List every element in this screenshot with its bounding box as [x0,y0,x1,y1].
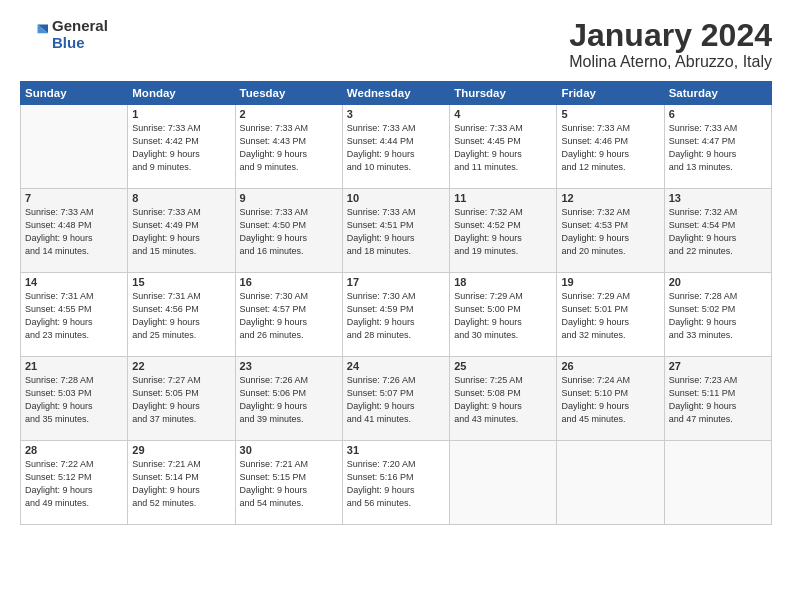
day-number: 7 [25,192,123,204]
header-day-saturday: Saturday [664,82,771,105]
logo-icon [20,21,48,49]
calendar-cell: 3Sunrise: 7:33 AM Sunset: 4:44 PM Daylig… [342,105,449,189]
calendar-cell: 25Sunrise: 7:25 AM Sunset: 5:08 PM Dayli… [450,357,557,441]
calendar-cell: 26Sunrise: 7:24 AM Sunset: 5:10 PM Dayli… [557,357,664,441]
day-info: Sunrise: 7:33 AM Sunset: 4:47 PM Dayligh… [669,122,767,174]
calendar-cell: 16Sunrise: 7:30 AM Sunset: 4:57 PM Dayli… [235,273,342,357]
day-number: 26 [561,360,659,372]
day-number: 31 [347,444,445,456]
week-row-3: 14Sunrise: 7:31 AM Sunset: 4:55 PM Dayli… [21,273,772,357]
day-info: Sunrise: 7:21 AM Sunset: 5:15 PM Dayligh… [240,458,338,510]
page: General Blue January 2024 Molina Aterno,… [0,0,792,612]
day-info: Sunrise: 7:29 AM Sunset: 5:01 PM Dayligh… [561,290,659,342]
calendar-cell: 22Sunrise: 7:27 AM Sunset: 5:05 PM Dayli… [128,357,235,441]
day-number: 24 [347,360,445,372]
calendar-cell: 17Sunrise: 7:30 AM Sunset: 4:59 PM Dayli… [342,273,449,357]
calendar-header: SundayMondayTuesdayWednesdayThursdayFrid… [21,82,772,105]
calendar-cell: 19Sunrise: 7:29 AM Sunset: 5:01 PM Dayli… [557,273,664,357]
calendar-cell: 20Sunrise: 7:28 AM Sunset: 5:02 PM Dayli… [664,273,771,357]
day-info: Sunrise: 7:20 AM Sunset: 5:16 PM Dayligh… [347,458,445,510]
calendar-cell: 18Sunrise: 7:29 AM Sunset: 5:00 PM Dayli… [450,273,557,357]
calendar-table: SundayMondayTuesdayWednesdayThursdayFrid… [20,81,772,525]
day-number: 15 [132,276,230,288]
calendar-cell: 2Sunrise: 7:33 AM Sunset: 4:43 PM Daylig… [235,105,342,189]
day-number: 25 [454,360,552,372]
day-number: 14 [25,276,123,288]
header-row: SundayMondayTuesdayWednesdayThursdayFrid… [21,82,772,105]
day-number: 18 [454,276,552,288]
calendar-cell: 29Sunrise: 7:21 AM Sunset: 5:14 PM Dayli… [128,441,235,525]
day-info: Sunrise: 7:33 AM Sunset: 4:45 PM Dayligh… [454,122,552,174]
calendar-cell: 30Sunrise: 7:21 AM Sunset: 5:15 PM Dayli… [235,441,342,525]
day-info: Sunrise: 7:30 AM Sunset: 4:59 PM Dayligh… [347,290,445,342]
day-info: Sunrise: 7:33 AM Sunset: 4:42 PM Dayligh… [132,122,230,174]
day-number: 28 [25,444,123,456]
day-number: 17 [347,276,445,288]
logo: General Blue [20,18,108,51]
header-day-thursday: Thursday [450,82,557,105]
day-info: Sunrise: 7:28 AM Sunset: 5:03 PM Dayligh… [25,374,123,426]
calendar-cell: 28Sunrise: 7:22 AM Sunset: 5:12 PM Dayli… [21,441,128,525]
day-info: Sunrise: 7:29 AM Sunset: 5:00 PM Dayligh… [454,290,552,342]
header-day-sunday: Sunday [21,82,128,105]
day-info: Sunrise: 7:23 AM Sunset: 5:11 PM Dayligh… [669,374,767,426]
calendar-cell: 8Sunrise: 7:33 AM Sunset: 4:49 PM Daylig… [128,189,235,273]
day-info: Sunrise: 7:25 AM Sunset: 5:08 PM Dayligh… [454,374,552,426]
week-row-4: 21Sunrise: 7:28 AM Sunset: 5:03 PM Dayli… [21,357,772,441]
day-number: 23 [240,360,338,372]
calendar-cell: 9Sunrise: 7:33 AM Sunset: 4:50 PM Daylig… [235,189,342,273]
day-info: Sunrise: 7:32 AM Sunset: 4:54 PM Dayligh… [669,206,767,258]
calendar-cell: 31Sunrise: 7:20 AM Sunset: 5:16 PM Dayli… [342,441,449,525]
day-number: 5 [561,108,659,120]
day-info: Sunrise: 7:26 AM Sunset: 5:07 PM Dayligh… [347,374,445,426]
calendar-cell: 24Sunrise: 7:26 AM Sunset: 5:07 PM Dayli… [342,357,449,441]
day-number: 27 [669,360,767,372]
calendar-cell: 12Sunrise: 7:32 AM Sunset: 4:53 PM Dayli… [557,189,664,273]
calendar-cell [21,105,128,189]
calendar-cell [664,441,771,525]
day-info: Sunrise: 7:24 AM Sunset: 5:10 PM Dayligh… [561,374,659,426]
day-info: Sunrise: 7:33 AM Sunset: 4:46 PM Dayligh… [561,122,659,174]
header-day-wednesday: Wednesday [342,82,449,105]
header-day-monday: Monday [128,82,235,105]
calendar-cell: 10Sunrise: 7:33 AM Sunset: 4:51 PM Dayli… [342,189,449,273]
day-info: Sunrise: 7:33 AM Sunset: 4:49 PM Dayligh… [132,206,230,258]
day-number: 22 [132,360,230,372]
day-info: Sunrise: 7:26 AM Sunset: 5:06 PM Dayligh… [240,374,338,426]
day-info: Sunrise: 7:28 AM Sunset: 5:02 PM Dayligh… [669,290,767,342]
calendar-cell: 23Sunrise: 7:26 AM Sunset: 5:06 PM Dayli… [235,357,342,441]
header-day-tuesday: Tuesday [235,82,342,105]
day-info: Sunrise: 7:33 AM Sunset: 4:43 PM Dayligh… [240,122,338,174]
location-title: Molina Aterno, Abruzzo, Italy [569,53,772,71]
day-info: Sunrise: 7:33 AM Sunset: 4:50 PM Dayligh… [240,206,338,258]
day-info: Sunrise: 7:33 AM Sunset: 4:51 PM Dayligh… [347,206,445,258]
day-info: Sunrise: 7:22 AM Sunset: 5:12 PM Dayligh… [25,458,123,510]
calendar-cell [450,441,557,525]
calendar-cell: 11Sunrise: 7:32 AM Sunset: 4:52 PM Dayli… [450,189,557,273]
calendar-body: 1Sunrise: 7:33 AM Sunset: 4:42 PM Daylig… [21,105,772,525]
day-info: Sunrise: 7:30 AM Sunset: 4:57 PM Dayligh… [240,290,338,342]
calendar-cell: 13Sunrise: 7:32 AM Sunset: 4:54 PM Dayli… [664,189,771,273]
day-number: 3 [347,108,445,120]
day-number: 4 [454,108,552,120]
day-number: 9 [240,192,338,204]
logo-general: General [52,18,108,35]
day-info: Sunrise: 7:32 AM Sunset: 4:53 PM Dayligh… [561,206,659,258]
logo-blue: Blue [52,35,108,52]
calendar-cell: 21Sunrise: 7:28 AM Sunset: 5:03 PM Dayli… [21,357,128,441]
logo-text: General Blue [52,18,108,51]
day-number: 13 [669,192,767,204]
calendar-cell: 5Sunrise: 7:33 AM Sunset: 4:46 PM Daylig… [557,105,664,189]
day-info: Sunrise: 7:31 AM Sunset: 4:55 PM Dayligh… [25,290,123,342]
day-info: Sunrise: 7:32 AM Sunset: 4:52 PM Dayligh… [454,206,552,258]
day-number: 19 [561,276,659,288]
calendar-cell [557,441,664,525]
day-info: Sunrise: 7:33 AM Sunset: 4:48 PM Dayligh… [25,206,123,258]
day-number: 11 [454,192,552,204]
day-number: 8 [132,192,230,204]
day-number: 1 [132,108,230,120]
week-row-5: 28Sunrise: 7:22 AM Sunset: 5:12 PM Dayli… [21,441,772,525]
day-number: 12 [561,192,659,204]
week-row-2: 7Sunrise: 7:33 AM Sunset: 4:48 PM Daylig… [21,189,772,273]
calendar-cell: 7Sunrise: 7:33 AM Sunset: 4:48 PM Daylig… [21,189,128,273]
